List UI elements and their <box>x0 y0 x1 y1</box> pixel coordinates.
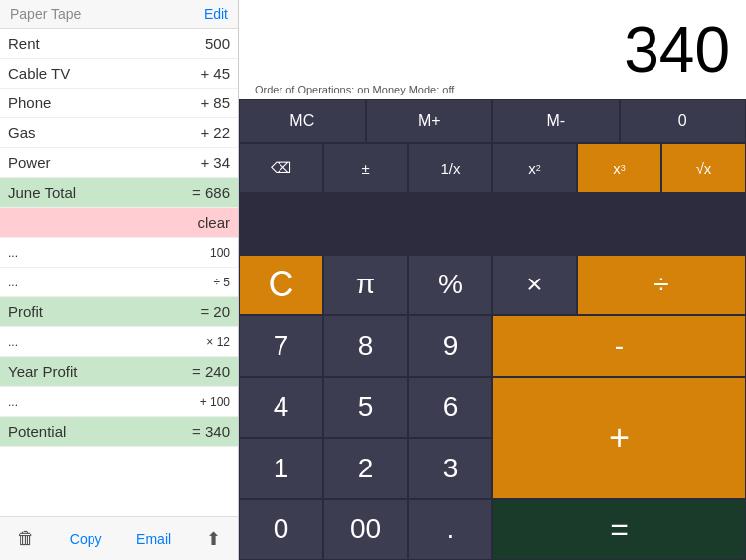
one-button[interactable]: 1 <box>239 438 323 499</box>
sci-row: ⌫ ± 1/x x2 x3 √x <box>239 143 746 193</box>
tape-header: Paper Tape Edit <box>0 0 238 29</box>
mminus-button[interactable]: M- <box>492 99 620 143</box>
tape-row-power: Power + 34 <box>0 148 238 178</box>
tape-row-dots-4: ... + 100 <box>0 387 238 417</box>
tape-row-dots-3: ... × 12 <box>0 327 238 357</box>
multiply-button[interactable]: × <box>492 255 577 316</box>
tape-rows: Rent 500 Cable TV + 45 Phone + 85 Gas + … <box>0 29 238 516</box>
share-icon: ⬆ <box>206 528 221 550</box>
tape-row-clear[interactable]: clear <box>0 208 238 238</box>
memory-row: MC M+ M- 0 <box>239 99 746 143</box>
tape-row-rent: Rent 500 <box>0 29 238 59</box>
display-info: Order of Operations: on Money Mode: off <box>255 84 730 95</box>
share-button[interactable]: ⬆ <box>206 528 221 550</box>
six-button[interactable]: 6 <box>408 377 492 439</box>
tape-row-june-total: June Total = 686 <box>0 178 238 208</box>
sqrt-button[interactable]: √x <box>661 143 746 193</box>
tape-row-phone: Phone + 85 <box>0 89 238 118</box>
percent-button[interactable]: % <box>408 255 492 316</box>
tape-edit-button[interactable]: Edit <box>204 6 228 22</box>
display-area: 340 Order of Operations: on Money Mode: … <box>239 0 746 99</box>
zero-button[interactable]: 0 <box>239 499 323 561</box>
mplus-button[interactable]: M+ <box>366 99 493 143</box>
pi-button[interactable]: π <box>323 255 408 316</box>
mval-display: 0 <box>620 99 747 143</box>
main-buttons: C π % × ÷ 7 8 9 - 4 5 6 + 1 2 3 0 00 . = <box>239 193 746 560</box>
two-button[interactable]: 2 <box>323 438 408 499</box>
five-button[interactable]: 5 <box>323 377 408 439</box>
reciprocal-button[interactable]: 1/x <box>408 143 492 193</box>
backspace-button[interactable]: ⌫ <box>239 143 323 193</box>
eight-button[interactable]: 8 <box>323 315 408 377</box>
decimal-button[interactable]: . <box>408 499 492 561</box>
minus-button[interactable]: - <box>492 315 746 377</box>
doublezero-button[interactable]: 00 <box>323 499 408 561</box>
email-label: Email <box>136 531 171 547</box>
trash-button[interactable]: 🗑 <box>17 528 35 549</box>
tape-footer: 🗑 Copy Email ⬆ <box>0 516 238 560</box>
nine-button[interactable]: 9 <box>408 315 492 377</box>
trash-icon: 🗑 <box>17 528 35 549</box>
plus-button[interactable]: + <box>492 377 746 499</box>
mc-button[interactable]: MC <box>239 99 366 143</box>
tape-row-year-profit: Year Profit = 240 <box>0 357 238 387</box>
tape-row-dots-2: ... ÷ 5 <box>0 268 238 297</box>
copy-label: Copy <box>70 531 102 547</box>
cube-button[interactable]: x3 <box>577 143 661 193</box>
divide-button[interactable]: ÷ <box>577 255 746 316</box>
tape-row-profit: Profit = 20 <box>0 297 238 327</box>
three-button[interactable]: 3 <box>408 438 492 499</box>
tape-row-gas: Gas + 22 <box>0 118 238 148</box>
equals-button[interactable]: = <box>492 499 746 561</box>
tape-row-potential: Potential = 340 <box>0 417 238 447</box>
clear-button[interactable]: C <box>239 255 323 316</box>
calculator-panel: 340 Order of Operations: on Money Mode: … <box>239 0 746 560</box>
four-button[interactable]: 4 <box>239 377 323 439</box>
email-button[interactable]: Email <box>136 531 171 547</box>
plusminus-button[interactable]: ± <box>323 143 408 193</box>
copy-button[interactable]: Copy <box>70 531 102 547</box>
tape-title: Paper Tape <box>10 6 81 22</box>
paper-tape-panel: Paper Tape Edit Rent 500 Cable TV + 45 P… <box>0 0 239 560</box>
display-number: 340 <box>255 18 730 82</box>
tape-row-dots-1: ... 100 <box>0 238 238 268</box>
seven-button[interactable]: 7 <box>239 315 323 377</box>
square-button[interactable]: x2 <box>492 143 577 193</box>
tape-row-cable: Cable TV + 45 <box>0 59 238 89</box>
